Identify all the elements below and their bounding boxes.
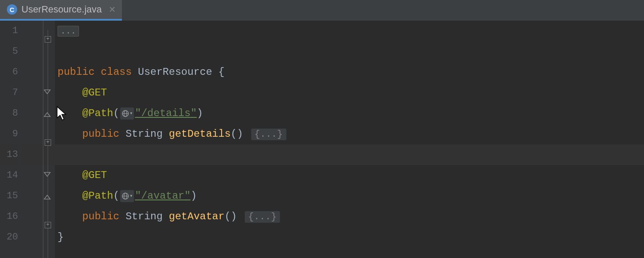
line-number: 16 [0,206,18,227]
editor-area: 1 5 6 7 8 9 13 14 15 16 20 [0,21,644,258]
code-line[interactable]: @Path(▾"/avatar") [55,186,644,206]
code-line[interactable]: public String getDetails() {...} [55,124,644,144]
folded-region[interactable]: ... [58,26,79,37]
line-number: 6 [0,62,18,83]
fold-expand-icon[interactable]: + [45,139,51,146]
code-area[interactable]: ... public class UserResource { @GET @Pa… [55,21,644,258]
code-line[interactable]: public String getAvatar() {...} [55,206,644,227]
line-number: 7 [0,83,18,103]
fold-collapse-icon[interactable] [43,165,55,186]
line-number: 14 [0,165,18,186]
code-line[interactable]: @GET [55,83,644,103]
fold-collapse-icon[interactable] [43,83,55,103]
fold-expand-icon[interactable]: + [45,36,51,43]
line-number: 20 [0,227,18,248]
folded-region[interactable]: {...} [251,129,286,140]
line-number: 5 [0,41,18,62]
tab-filename: UserResource.java [21,4,102,15]
line-number: 15 [0,186,18,206]
chevron-down-icon: ▾ [130,103,133,124]
code-line[interactable]: @Path(▾"/details") [55,103,644,124]
chevron-down-icon: ▾ [130,186,133,206]
class-file-icon: C [7,4,17,15]
code-line[interactable] [55,41,644,62]
endpoint-gutter-icon[interactable] [21,206,43,227]
code-line[interactable]: } [55,227,644,248]
fold-gutter: + + + [43,21,55,258]
line-number: 13 [0,144,18,165]
line-number: 1 [0,21,18,41]
line-number-gutter: 1 5 6 7 8 9 13 14 15 16 20 [0,21,21,258]
code-line[interactable] [55,144,644,165]
fold-collapse-icon[interactable] [43,186,55,206]
fold-expand-icon[interactable]: + [45,222,51,228]
close-tab-icon[interactable]: ✕ [109,5,116,14]
icon-gutter [21,21,43,258]
fold-collapse-icon[interactable] [43,103,55,124]
line-number: 8 [0,103,18,124]
url-mapping-icon[interactable]: ▾ [120,190,134,202]
endpoint-gutter-icon[interactable] [21,124,43,144]
tab-bar: C UserResource.java ✕ [0,0,644,21]
url-mapping-icon[interactable]: ▾ [120,108,134,120]
code-line[interactable]: ... [55,21,644,41]
code-line[interactable]: @GET [55,165,644,186]
file-tab[interactable]: C UserResource.java ✕ [0,0,122,21]
folded-region[interactable]: {...} [245,211,280,223]
code-line[interactable]: public class UserResource { [55,62,644,83]
line-number: 9 [0,124,18,144]
